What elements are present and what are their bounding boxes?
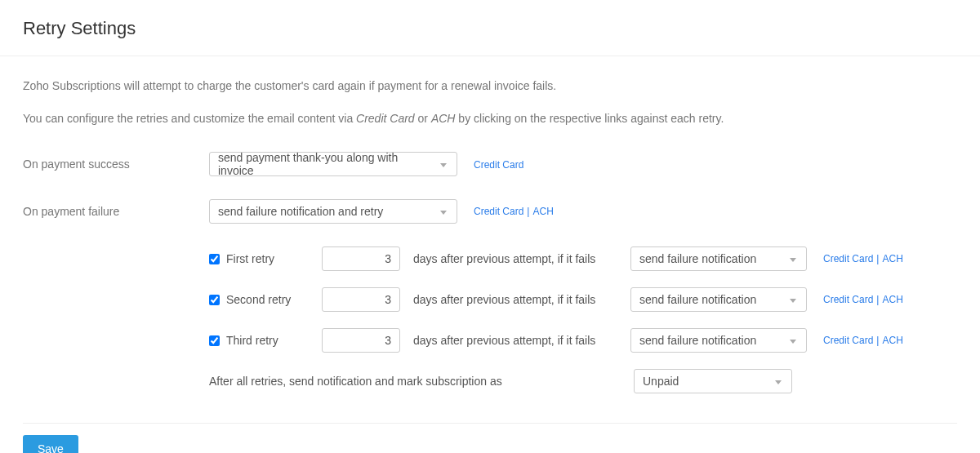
caret-down-icon [440,211,447,215]
third-retry-label: Third retry [226,334,278,347]
third-retry-action-value: send failure notification [639,334,756,347]
first-retry-row: First retry days after previous attempt,… [209,246,957,271]
intro1-prefix: Zoho Subscriptions will [23,79,143,92]
second-retry-after-text: days after previous attempt, if it fails [413,293,630,306]
third-retry-ach-link[interactable]: ACH [882,335,902,346]
on-success-credit-card-link[interactable]: Credit Card [474,159,523,171]
intro2-ach: ACH [431,112,456,125]
second-retry-label: Second retry [226,293,291,306]
save-button[interactable]: Save [23,435,78,453]
first-retry-action-value: send failure notification [639,252,756,265]
first-retry-ach-link[interactable]: ACH [882,253,902,264]
caret-down-icon [790,340,796,344]
third-retry-action-select[interactable]: send failure notification [630,328,807,353]
first-retry-credit-card-link[interactable]: Credit Card [823,253,873,264]
intro2-prefix: You can configure the retries and custom… [23,112,356,125]
caret-down-icon [790,258,796,262]
intro1-rest: attempt to charge the customer's card ag… [143,79,556,92]
on-payment-success-label: On payment success [23,158,209,171]
first-retry-action-select[interactable]: send failure notification [630,246,807,271]
second-retry-row: Second retry days after previous attempt… [209,287,957,312]
intro-line-2: You can configure the retries and custom… [23,112,957,125]
second-retry-action-value: send failure notification [639,293,756,306]
after-all-row: After all retries, send notification and… [209,369,957,393]
on-success-select-value: send payment thank-you along with invoic… [218,151,432,177]
on-failure-select[interactable]: send failure notification and retry [209,199,457,224]
third-retry-link-separator: | [876,335,879,346]
second-retry-days-input[interactable] [322,287,400,312]
first-retry-checkbox[interactable] [209,254,220,264]
on-payment-failure-label: On payment failure [23,205,209,218]
first-retry-link-separator: | [876,253,879,264]
content-area: Zoho Subscriptions will attempt to charg… [0,56,980,393]
page-title: Retry Settings [0,0,980,56]
on-failure-select-value: send failure notification and retry [218,205,383,218]
intro2-or: or [415,112,431,125]
retry-block: First retry days after previous attempt,… [209,246,957,393]
after-all-label: After all retries, send notification and… [209,375,634,388]
second-retry-action-select[interactable]: send failure notification [630,287,807,312]
second-retry-credit-card-link[interactable]: Credit Card [823,294,873,305]
on-payment-success-row: On payment success send payment thank-yo… [23,151,957,176]
first-retry-after-text: days after previous attempt, if it fails [413,252,630,265]
third-retry-row: Third retry days after previous attempt,… [209,328,957,353]
after-all-select-value: Unpaid [643,375,679,388]
caret-down-icon [790,299,796,303]
intro2-credit-card: Credit Card [356,112,415,125]
on-failure-ach-link[interactable]: ACH [532,206,553,217]
on-payment-failure-row: On payment failure send failure notifica… [23,199,957,224]
second-retry-ach-link[interactable]: ACH [882,294,902,305]
on-success-select[interactable]: send payment thank-you along with invoic… [209,152,457,176]
caret-down-icon [440,163,447,167]
footer: Save [0,424,980,453]
second-retry-link-separator: | [876,294,879,305]
first-retry-label: First retry [226,252,274,265]
third-retry-credit-card-link[interactable]: Credit Card [823,335,873,346]
second-retry-checkbox[interactable] [209,295,220,305]
intro-line-1: Zoho Subscriptions will attempt to charg… [23,79,957,92]
intro2-suffix: by clicking on the respective links agai… [455,112,724,125]
caret-down-icon [775,380,782,384]
third-retry-days-input[interactable] [322,328,400,353]
after-all-select[interactable]: Unpaid [634,369,792,393]
on-failure-credit-card-link[interactable]: Credit Card [474,206,523,217]
on-failure-link-separator: | [527,206,529,217]
third-retry-checkbox[interactable] [209,335,220,346]
first-retry-days-input[interactable] [322,246,400,271]
third-retry-after-text: days after previous attempt, if it fails [413,334,630,347]
